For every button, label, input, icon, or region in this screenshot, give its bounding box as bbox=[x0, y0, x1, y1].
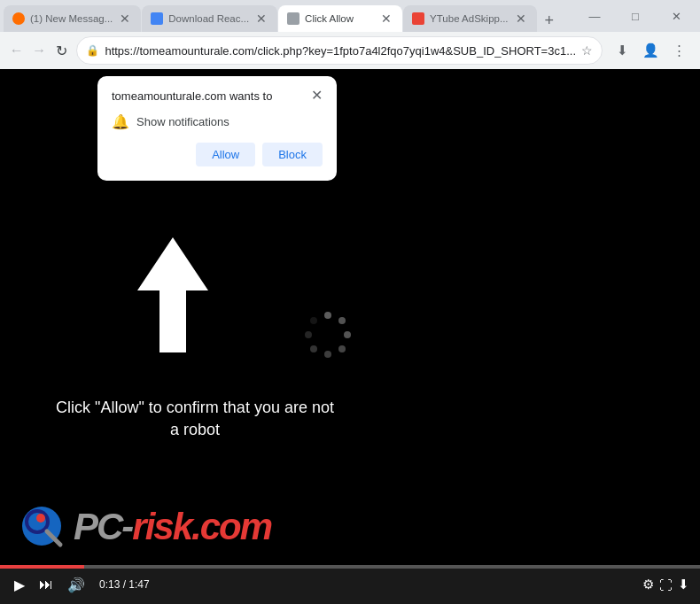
block-button[interactable]: Block bbox=[262, 143, 323, 166]
refresh-button[interactable]: ↻ bbox=[54, 38, 69, 63]
tab-1-close[interactable]: ✕ bbox=[118, 10, 132, 27]
svg-point-12 bbox=[36, 514, 45, 523]
browser-frame: (1) New Messag... ✕ Download Reac... ✕ C… bbox=[0, 0, 700, 604]
address-bar[interactable]: 🔒 https://tomeamounturale.com/click.php?… bbox=[76, 36, 603, 65]
svg-point-3 bbox=[344, 331, 351, 338]
captcha-instruction-text: Click "Allow" to confirm that you are no… bbox=[53, 397, 337, 441]
bookmark-star-icon[interactable]: ☆ bbox=[581, 43, 593, 58]
tab-2[interactable]: Download Reac... ✕ bbox=[142, 5, 277, 32]
tabs-bar: (1) New Messag... ✕ Download Reac... ✕ C… bbox=[0, 0, 700, 32]
logo-text-area: PC-risk.com bbox=[74, 506, 271, 548]
tab-2-close[interactable]: ✕ bbox=[254, 10, 268, 27]
video-controls-bar: ▶ ⏭ 🔊 0:13 / 1:47 ⚙ ⛶ ⬇ bbox=[0, 565, 700, 604]
time-display: 0:13 / 1:47 bbox=[99, 578, 150, 591]
progress-bar-fill bbox=[0, 565, 84, 569]
skip-button[interactable]: ⏭ bbox=[35, 573, 57, 596]
toolbar-icons: ⬇ 👤 ⋮ bbox=[610, 38, 691, 63]
tab-3-close[interactable]: ✕ bbox=[379, 10, 393, 27]
logo-pc-text: PC- bbox=[74, 506, 132, 547]
svg-point-7 bbox=[305, 331, 312, 338]
download-button[interactable]: ⬇ bbox=[610, 38, 634, 63]
tab-1-label: (1) New Messag... bbox=[30, 13, 113, 24]
popup-close-button[interactable]: ✕ bbox=[311, 89, 323, 103]
pcrisk-logo: PC-risk.com bbox=[18, 502, 271, 551]
tab-2-favicon bbox=[151, 12, 163, 25]
svg-point-5 bbox=[324, 351, 331, 358]
tab-4-label: YTube AdSkipp... bbox=[430, 13, 508, 24]
settings-icon[interactable]: ⚙ bbox=[642, 577, 654, 592]
account-button[interactable]: 👤 bbox=[638, 38, 663, 63]
bell-icon: 🔔 bbox=[112, 113, 129, 130]
menu-button[interactable]: ⋮ bbox=[666, 38, 691, 63]
logo-icon bbox=[18, 502, 66, 551]
close-window-button[interactable]: ✕ bbox=[656, 0, 696, 32]
tab-3-label: Click Allow bbox=[305, 13, 354, 24]
download-video-icon[interactable]: ⬇ bbox=[678, 577, 689, 592]
forward-button[interactable]: → bbox=[31, 38, 46, 63]
svg-point-1 bbox=[324, 312, 331, 319]
popup-permission-row: 🔔 Show notifications bbox=[112, 113, 323, 130]
window-controls: — □ ✕ bbox=[574, 0, 696, 32]
lock-icon: 🔒 bbox=[86, 44, 99, 57]
new-tab-button[interactable]: + bbox=[538, 12, 562, 30]
notification-popup: tomeamounturale.com wants to ✕ 🔔 Show no… bbox=[97, 76, 337, 181]
popup-buttons: Allow Block bbox=[112, 143, 323, 166]
svg-point-2 bbox=[338, 317, 346, 324]
progress-bar[interactable] bbox=[0, 565, 700, 569]
volume-button[interactable]: 🔊 bbox=[64, 573, 89, 597]
svg-point-8 bbox=[310, 317, 317, 324]
address-text: https://tomeamounturale.com/click.php?ke… bbox=[105, 44, 576, 58]
logo-risk-text: risk.com bbox=[132, 506, 271, 547]
loading-spinner bbox=[301, 308, 354, 365]
allow-button[interactable]: Allow bbox=[196, 143, 255, 166]
arrow-up-indicator bbox=[137, 237, 208, 352]
tab-4-favicon bbox=[412, 12, 424, 25]
play-pause-button[interactable]: ▶ bbox=[11, 573, 28, 597]
tab-2-label: Download Reac... bbox=[168, 13, 249, 24]
popup-header: tomeamounturale.com wants to ✕ bbox=[112, 89, 323, 103]
back-button[interactable]: ← bbox=[9, 38, 24, 63]
svg-marker-0 bbox=[137, 237, 208, 352]
page-content: tomeamounturale.com wants to ✕ 🔔 Show no… bbox=[0, 69, 700, 604]
video-right-controls: ⚙ ⛶ ⬇ bbox=[642, 577, 689, 592]
svg-point-6 bbox=[310, 345, 317, 352]
tab-4-close[interactable]: ✕ bbox=[514, 10, 528, 27]
popup-permission-label: Show notifications bbox=[136, 115, 229, 128]
tab-3-favicon bbox=[287, 12, 299, 25]
tab-4[interactable]: YTube AdSkipp... ✕ bbox=[403, 5, 536, 32]
fullscreen-icon[interactable]: ⛶ bbox=[659, 577, 673, 592]
maximize-button[interactable]: □ bbox=[615, 0, 656, 32]
tab-1[interactable]: (1) New Messag... ✕ bbox=[4, 5, 141, 32]
svg-point-4 bbox=[338, 345, 346, 352]
tab-1-favicon bbox=[12, 12, 25, 25]
nav-bar: ← → ↻ 🔒 https://tomeamounturale.com/clic… bbox=[0, 32, 700, 69]
minimize-button[interactable]: — bbox=[574, 0, 615, 32]
popup-site-name: tomeamounturale.com wants to bbox=[112, 89, 272, 103]
tab-3[interactable]: Click Allow ✕ bbox=[278, 5, 402, 32]
